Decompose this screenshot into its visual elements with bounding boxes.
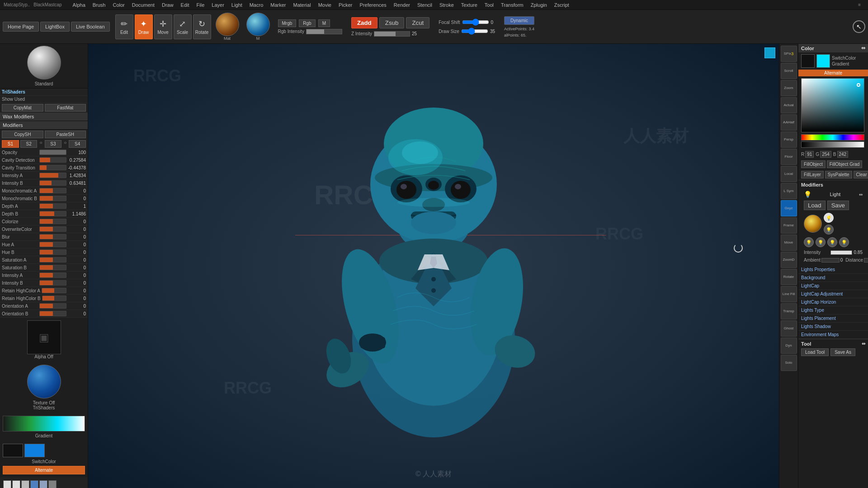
retain-hc-b-slider[interactable] bbox=[42, 296, 66, 301]
menu-material[interactable]: Material bbox=[290, 1, 315, 9]
menu-stroke[interactable]: Stroke bbox=[436, 1, 458, 9]
light-expand-icon[interactable]: ⇔ bbox=[859, 192, 863, 197]
menu-movie[interactable]: Movie bbox=[315, 1, 335, 9]
aahalf-button[interactable]: AAHalf bbox=[781, 114, 797, 131]
zcut-button[interactable]: Zcut bbox=[406, 17, 429, 28]
s4-button[interactable]: S4 bbox=[69, 140, 86, 148]
live-boolean-button[interactable]: Live Boolean bbox=[71, 22, 110, 32]
rotate-view-button[interactable]: Rotate bbox=[781, 269, 797, 285]
mini-swatch-gray[interactable] bbox=[21, 480, 29, 488]
scroll-button[interactable]: Scroll bbox=[781, 63, 797, 79]
lightbox-button[interactable]: LightBox bbox=[40, 22, 70, 32]
light-preview-main[interactable] bbox=[804, 215, 822, 233]
load-tool-button[interactable]: Load Tool bbox=[801, 348, 829, 356]
frame-button[interactable]: Frame bbox=[781, 217, 797, 234]
lights-shadow-link[interactable]: Lights Shadow bbox=[798, 323, 868, 331]
linefill-button[interactable]: Line Fill bbox=[781, 286, 797, 302]
s3-button[interactable]: S3 bbox=[45, 140, 62, 148]
color-expand-icon[interactable]: ⇔ bbox=[861, 45, 865, 51]
light-bulb-5[interactable]: 💡 bbox=[827, 237, 837, 247]
tool-expand-icon[interactable]: ⇔ bbox=[862, 341, 865, 347]
lightcap-link[interactable]: LightCap bbox=[798, 282, 868, 290]
zoomd-button[interactable]: ZoomD bbox=[781, 252, 797, 268]
environment-maps-link[interactable]: Environment Maps bbox=[798, 331, 868, 339]
menu-edit[interactable]: Edit bbox=[177, 1, 193, 9]
color-swatch-cyan[interactable] bbox=[816, 54, 830, 68]
paste-sh-button[interactable]: PasteSH bbox=[45, 131, 86, 138]
zoom-button[interactable]: Zoom bbox=[781, 80, 797, 96]
persp-button[interactable]: Persp bbox=[781, 131, 797, 148]
color-picker-area[interactable] bbox=[801, 78, 865, 148]
fast-mat-button[interactable]: FastMat bbox=[45, 104, 86, 112]
menu-file[interactable]: File bbox=[193, 1, 208, 9]
alternate-right-button[interactable]: Alternate bbox=[798, 70, 868, 76]
menu-texture[interactable]: Texture bbox=[458, 1, 481, 9]
menu-picker[interactable]: Picker bbox=[335, 1, 356, 9]
menu-light[interactable]: Light bbox=[228, 1, 246, 9]
gxyz-button[interactable]: Gxyz bbox=[781, 200, 797, 216]
mini-swatch-bluelight[interactable] bbox=[39, 480, 47, 488]
lightcap-adjustment-link[interactable]: LightCap Adjustment bbox=[798, 290, 868, 298]
edit-tool-button[interactable]: ✏ Edit bbox=[115, 14, 133, 39]
mrgb-button[interactable]: Mrgb bbox=[278, 19, 297, 27]
menu-brush[interactable]: Brush bbox=[89, 1, 109, 9]
modifiers-header[interactable]: Modifiers bbox=[0, 121, 88, 130]
color-hue-bar[interactable] bbox=[801, 134, 864, 141]
intensity-slider[interactable] bbox=[830, 250, 852, 255]
zsub-button[interactable]: Zsub bbox=[379, 17, 405, 28]
menu-zscript[interactable]: Zscript bbox=[551, 1, 573, 9]
s1-button[interactable]: S1 bbox=[2, 140, 19, 148]
int-b2-slider[interactable] bbox=[39, 280, 66, 286]
actual-button[interactable]: Actual bbox=[781, 97, 797, 113]
menu-zplugin[interactable]: Zplugin bbox=[527, 1, 551, 9]
depth-a-slider[interactable] bbox=[39, 203, 66, 209]
cavity-detection-slider[interactable] bbox=[39, 157, 66, 163]
save-as-button[interactable]: Save As bbox=[830, 348, 855, 356]
home-page-button[interactable]: Home Page bbox=[3, 22, 39, 32]
wax-modifiers-header[interactable]: Wax Modifiers bbox=[0, 113, 88, 121]
menu-layer[interactable]: Layer bbox=[208, 1, 228, 9]
mini-swatch-blue[interactable] bbox=[30, 480, 38, 488]
color-brightness-bar[interactable] bbox=[801, 141, 864, 148]
m-button[interactable]: M bbox=[318, 19, 330, 27]
menu-macro[interactable]: Macro bbox=[246, 1, 267, 9]
menu-stencil[interactable]: Stencil bbox=[414, 1, 436, 9]
s2-button[interactable]: S2 bbox=[20, 140, 38, 148]
light-bulb-3[interactable]: 💡 bbox=[804, 237, 814, 247]
rotate-tool-button[interactable]: ↻ Rotate bbox=[193, 14, 211, 39]
blur-slider[interactable] bbox=[39, 234, 66, 239]
colorize-slider[interactable] bbox=[39, 219, 66, 224]
move-view-button[interactable]: Move bbox=[781, 235, 797, 251]
overwrite-slider[interactable] bbox=[39, 226, 66, 232]
lights-placement-link[interactable]: Lights Placement bbox=[798, 314, 868, 323]
mini-swatch-white2[interactable] bbox=[12, 480, 20, 488]
sat-b-slider[interactable] bbox=[39, 265, 66, 270]
menu-marker[interactable]: Marker bbox=[267, 1, 289, 9]
menu-document[interactable]: Document bbox=[128, 1, 158, 9]
solo-button[interactable]: Solo bbox=[781, 355, 797, 371]
sys-palette-button[interactable]: SysPalette bbox=[825, 171, 852, 178]
floor-button[interactable]: Floor bbox=[781, 149, 797, 165]
menu-color[interactable]: Color bbox=[109, 1, 128, 9]
lights-properties-link[interactable]: Lights Properties bbox=[798, 266, 868, 274]
mono-a-slider[interactable] bbox=[39, 188, 66, 193]
light-bulb-6[interactable]: 💡 bbox=[839, 237, 849, 247]
save-button[interactable]: Save bbox=[827, 201, 849, 210]
depth-b-slider[interactable] bbox=[39, 211, 66, 216]
alpha-preview[interactable]: ▣ bbox=[27, 320, 61, 354]
int-a2-slider[interactable] bbox=[39, 272, 66, 278]
menu-preferences[interactable]: Preferences bbox=[356, 1, 390, 9]
mini-swatch-white[interactable] bbox=[3, 480, 11, 488]
material-sphere[interactable] bbox=[216, 13, 239, 36]
canvas-area[interactable]: RRCG 人人素材 RRCG RRCG RRCG bbox=[88, 44, 779, 488]
fill-object-grad-button[interactable]: FillObject Grad bbox=[827, 160, 863, 168]
hue-a-slider[interactable] bbox=[39, 242, 66, 247]
ghost-button[interactable]: Ghost bbox=[781, 320, 797, 337]
load-button[interactable]: Load bbox=[804, 201, 826, 210]
spix-button[interactable]: SPix 3 bbox=[781, 46, 797, 62]
zadd-button[interactable]: Zadd bbox=[351, 17, 377, 28]
rgb-button[interactable]: Rgb bbox=[299, 19, 315, 27]
texture-sphere[interactable] bbox=[27, 365, 61, 399]
copy-sh-button[interactable]: CopySH bbox=[2, 131, 43, 138]
dynamic-button[interactable]: Dynamic bbox=[504, 16, 534, 25]
